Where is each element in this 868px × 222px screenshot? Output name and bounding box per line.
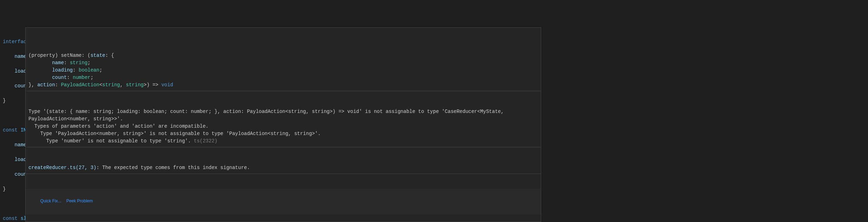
error-code: ts(2322) xyxy=(194,138,218,144)
hover-source-location[interactable]: createReducer.ts(27, 3): The expected ty… xyxy=(26,162,541,174)
hover-signature: (property) setName: (state: { name: stri… xyxy=(26,42,541,91)
hover-error-message: Type '(state: { name: string; loading: b… xyxy=(26,106,541,147)
quick-fix-link[interactable]: Quick Fix... xyxy=(40,199,61,203)
hover-actions: Quick Fix...Peek Problem xyxy=(26,189,541,214)
peek-problem-link[interactable]: Peek Problem xyxy=(66,199,93,203)
hover-tooltip: (property) setName: (state: { name: stri… xyxy=(25,27,541,222)
